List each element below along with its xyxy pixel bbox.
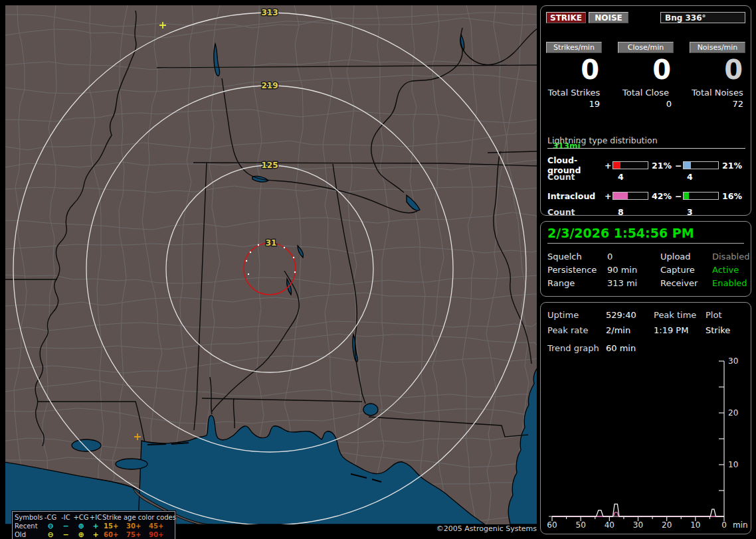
trend-graph: 1020306050403020100min bbox=[541, 356, 752, 534]
status-grid: Squelch 0 Upload Disabled Persistence 90… bbox=[547, 250, 747, 289]
rate-counters: Strikes/min 0 Total Strikes 19 Close/min… bbox=[546, 42, 745, 110]
count-label: Count bbox=[547, 172, 605, 182]
intracloud-label: Intracloud bbox=[547, 191, 605, 201]
capture-label: Capture bbox=[660, 265, 712, 275]
legend-row-old: Old bbox=[15, 530, 43, 539]
close-per-min-button[interactable]: Close/min bbox=[618, 42, 674, 53]
cg-positive-pct: 21% bbox=[648, 161, 675, 171]
lightning-map[interactable]: 31321912531 Symbols -CG -IC +CG +IC Stri… bbox=[5, 5, 537, 524]
total-close-label: Total Close bbox=[618, 88, 674, 99]
cg-positive-count: 4 bbox=[613, 172, 648, 182]
total-noises-value: 72 bbox=[690, 99, 745, 110]
noises-rate-value: 0 bbox=[690, 54, 745, 85]
recent-pos-ic-icon: + bbox=[89, 522, 102, 530]
intracloud-row: Intracloud + 42% − 16% bbox=[547, 191, 745, 201]
svg-text:50: 50 bbox=[576, 520, 586, 530]
legend-age-header: Strike age color codes bbox=[102, 513, 170, 522]
noises-column: Noises/min 0 Total Noises 72 bbox=[690, 42, 745, 110]
svg-text:313: 313 bbox=[261, 8, 278, 17]
ic-negative-bar bbox=[683, 192, 719, 200]
cg-positive-bar bbox=[613, 161, 648, 169]
ic-positive-bar bbox=[613, 192, 648, 200]
ic-negative-count: 3 bbox=[683, 207, 719, 217]
peak-rate-label: Peak rate bbox=[547, 325, 606, 335]
lightning-distribution: Lightning type distribution Cloud-ground… bbox=[547, 135, 745, 217]
panel-trend: Uptime 529:40 Peak time Plot Peak rate 2… bbox=[540, 302, 751, 534]
receiver-value: Enabled bbox=[712, 278, 752, 288]
uptime-value: 529:40 bbox=[606, 310, 654, 320]
upload-label: Upload bbox=[660, 252, 712, 262]
total-strikes-label: Total Strikes bbox=[546, 88, 602, 99]
age-30: 30+ bbox=[125, 522, 147, 530]
cloud-ground-count-row: Count 4 4 bbox=[547, 171, 745, 182]
cg-negative-pct: 21% bbox=[719, 161, 748, 171]
svg-text:31: 31 bbox=[266, 238, 277, 248]
mode-button-row: STRIKE NOISE Bng 336° 313mi bbox=[546, 12, 745, 23]
svg-text:20: 20 bbox=[728, 408, 738, 418]
total-strikes-value: 19 bbox=[546, 99, 602, 110]
intracloud-count-row: Count 8 3 bbox=[547, 206, 745, 217]
legend-col-neg-ic: -IC bbox=[58, 513, 73, 522]
app-window: 31321912531 Symbols -CG -IC +CG +IC Stri… bbox=[0, 0, 756, 539]
trend-graph-label: Trend graph bbox=[547, 343, 606, 353]
persistence-label: Persistence bbox=[547, 265, 607, 275]
strikes-rate-value: 0 bbox=[546, 54, 602, 85]
ic-positive-pct: 42% bbox=[648, 191, 675, 201]
age-90: 90+ bbox=[147, 530, 170, 539]
noise-mode-button[interactable]: NOISE bbox=[589, 12, 628, 23]
recent-neg-ic-icon: − bbox=[58, 522, 73, 530]
svg-text:125: 125 bbox=[261, 161, 278, 170]
svg-text:0: 0 bbox=[721, 520, 727, 530]
plot-type-value: Strike bbox=[706, 325, 747, 335]
panel-status: 2/3/2026 1:54:56 PM Squelch 0 Upload Dis… bbox=[540, 221, 751, 297]
svg-text:min: min bbox=[733, 520, 748, 530]
legend-col-pos-ic: +IC bbox=[89, 513, 102, 522]
peak-time-value: 1:19 PM bbox=[654, 325, 706, 335]
panel-counters: STRIKE NOISE Bng 336° 313mi Strikes/min … bbox=[540, 5, 751, 216]
strikes-per-min-button[interactable]: Strikes/min bbox=[546, 42, 602, 53]
bearing-value: Bng 336° bbox=[665, 13, 706, 23]
trend-graph-window: 60 min bbox=[606, 343, 654, 353]
svg-text:40: 40 bbox=[605, 520, 614, 530]
plus-sign: + bbox=[605, 191, 613, 201]
old-pos-ic-icon: + bbox=[89, 530, 102, 539]
svg-text:10: 10 bbox=[728, 460, 738, 469]
close-column: Close/min 0 Total Close 0 bbox=[618, 42, 674, 110]
cg-negative-count: 4 bbox=[683, 172, 719, 182]
upload-value: Disabled bbox=[712, 252, 752, 262]
noises-per-min-button[interactable]: Noises/min bbox=[690, 42, 745, 53]
peak-time-label: Peak time bbox=[654, 310, 706, 320]
svg-text:30: 30 bbox=[728, 356, 738, 366]
close-rate-value: 0 bbox=[618, 54, 674, 85]
range-value: 313 mi bbox=[607, 278, 660, 288]
receiver-label: Receiver bbox=[660, 278, 712, 288]
old-pos-cg-icon: ⊕ bbox=[73, 530, 89, 539]
recent-neg-cg-icon: ⊖ bbox=[43, 522, 58, 530]
svg-text:30: 30 bbox=[633, 520, 643, 530]
strike-mode-button[interactable]: STRIKE bbox=[546, 12, 586, 23]
total-noises-label: Total Noises bbox=[690, 88, 745, 99]
old-neg-ic-icon: − bbox=[58, 530, 73, 539]
age-45: 45+ bbox=[147, 522, 170, 530]
map-canvas: 31321912531 bbox=[5, 5, 537, 524]
age-75: 75+ bbox=[125, 530, 147, 539]
squelch-value: 0 bbox=[607, 252, 660, 262]
bearing-readout: Bng 336° 313mi bbox=[660, 12, 745, 23]
svg-text:10: 10 bbox=[690, 520, 700, 530]
legend-symbols-header: Symbols bbox=[15, 513, 43, 522]
distribution-title: Lightning type distribution bbox=[547, 135, 745, 149]
uptime-label: Uptime bbox=[547, 310, 606, 320]
plot-label: Plot bbox=[706, 310, 747, 320]
range-label: Range bbox=[547, 278, 607, 288]
count-label: Count bbox=[547, 207, 605, 217]
legend-col-neg-cg: -CG bbox=[43, 513, 58, 522]
peak-rate-value: 2/min bbox=[606, 325, 654, 335]
copyright-text: ©2005 Astrogenic Systems bbox=[417, 524, 537, 533]
age-15: 15+ bbox=[102, 522, 125, 530]
plus-sign: + bbox=[605, 161, 613, 171]
squelch-label: Squelch bbox=[547, 252, 607, 262]
old-neg-cg-icon: ⊖ bbox=[43, 530, 58, 539]
recent-pos-cg-icon: ⊕ bbox=[73, 522, 89, 530]
capture-value: Active bbox=[712, 265, 752, 275]
datetime-display: 2/3/2026 1:54:56 PM bbox=[547, 226, 744, 244]
